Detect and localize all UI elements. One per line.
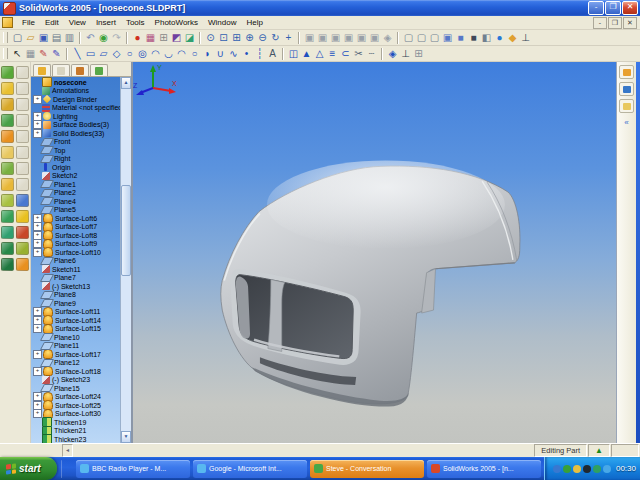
menu-tools[interactable]: Tools [121,17,150,28]
featuremanager-tree-tab[interactable] [33,64,51,76]
zoom-fit-icon[interactable]: ⊡ [217,31,230,44]
tree-item[interactable]: +Surface-Loft10 [31,248,120,257]
circle-icon[interactable]: ○ [123,47,136,60]
antivirus-icon[interactable] [593,465,601,473]
menu-file[interactable]: File [17,17,40,28]
dimxpert-tab[interactable] [90,64,108,76]
open-icon[interactable]: ▱ [24,31,37,44]
tree-item[interactable]: Sketch11 [31,265,120,274]
fillet-icon[interactable] [1,194,14,207]
linear-pattern-icon[interactable] [1,242,14,255]
file-explorer-icon[interactable] [619,99,634,113]
point-icon[interactable]: • [240,47,253,60]
new-icon[interactable]: ▢ [11,31,24,44]
network-icon[interactable] [553,465,561,473]
view-isometric-icon[interactable]: ◈ [381,31,394,44]
centerline-icon[interactable]: ┆ [253,47,266,60]
expand-icon[interactable]: + [33,409,42,418]
zoom-in-out-icon[interactable]: ⊕ [243,31,256,44]
tree-item[interactable]: Plane6 [31,257,120,266]
curvature-icon[interactable]: ◆ [506,31,519,44]
fillet-sketch-icon[interactable]: △ [313,47,326,60]
lofted-boss-icon[interactable] [1,114,14,127]
expand-icon[interactable]: + [33,324,42,333]
tree-item[interactable]: (-) Sketch23 [31,376,120,385]
view-left-icon[interactable]: ▣ [329,31,342,44]
tree-item[interactable]: Plane15 [31,384,120,393]
solidworks-resources-icon[interactable] [619,65,634,79]
expand-icon[interactable]: + [33,129,42,138]
perimeter-circle-icon[interactable]: ◎ [136,47,149,60]
tree-item[interactable]: Sketch2 [31,172,120,181]
design-library-icon[interactable] [619,82,634,96]
construction-geometry-icon[interactable]: ┄ [365,47,378,60]
menu-insert[interactable]: Insert [91,17,121,28]
shadows-icon[interactable]: ■ [467,31,480,44]
menu-photoworks[interactable]: PhotoWorks [150,17,203,28]
tree-item[interactable]: +Surface Bodies(3) [31,121,120,130]
ref-view-2-icon[interactable] [16,82,29,95]
doc-restore-button[interactable]: ❐ [608,17,622,29]
lofted-surface-icon[interactable] [16,242,29,255]
tree-item[interactable]: Plane11 [31,342,120,351]
shaded-icon[interactable]: ■ [454,31,467,44]
print-icon[interactable]: ▤ [50,31,63,44]
tree-item[interactable]: +Lighting [31,112,120,121]
swept-boss-icon[interactable] [1,98,14,111]
tree-item[interactable]: Plane10 [31,333,120,342]
convert-entities-icon[interactable]: ⊂ [339,47,352,60]
start-button[interactable]: start [0,457,57,480]
tree-item[interactable]: +Surface-Loft6 [31,214,120,223]
toolbar-grip[interactable] [3,32,8,43]
print-preview-icon[interactable]: ▥ [63,31,76,44]
swept-cut-icon[interactable] [1,162,14,175]
restore-button[interactable]: ❐ [605,1,621,15]
collapse-chevron-icon[interactable]: « [620,116,633,128]
tree-item[interactable]: Plane5 [31,206,120,215]
scroll-down-icon[interactable]: ▼ [121,431,131,443]
tree-item[interactable]: Origin [31,163,120,172]
tree-item[interactable]: Material <not specified> [31,104,120,113]
shell-icon[interactable] [1,226,14,239]
shaded-with-edges-icon[interactable]: ▣ [441,31,454,44]
tree-item[interactable]: +Surface-Loft15 [31,325,120,334]
tree-scrollbar[interactable]: ▲ ▼ [120,77,131,443]
hidden-lines-removed-icon[interactable]: ▢ [428,31,441,44]
menu-help[interactable]: Help [241,17,267,28]
rectangle-icon[interactable]: ▭ [84,47,97,60]
close-button[interactable]: ✕ [622,1,638,15]
tree-item[interactable]: +Surface-Loft17 [31,350,120,359]
rotate-view-icon[interactable]: ↻ [269,31,282,44]
partial-ellipse-icon[interactable]: ◗ [201,47,214,60]
offset-entities-icon[interactable]: ≡ [326,47,339,60]
tree-item[interactable]: +Surface-Loft18 [31,367,120,376]
sketch-icon[interactable]: ✎ [37,47,50,60]
realview-sphere-icon[interactable]: ● [493,31,506,44]
view-right-icon[interactable]: ▣ [342,31,355,44]
scroll-thumb[interactable] [121,185,131,276]
menu-edit[interactable]: Edit [40,17,64,28]
swept-surface-icon[interactable] [16,226,29,239]
chamfer-icon[interactable] [1,210,14,223]
redo-icon[interactable]: ↷ [110,31,123,44]
tree-root-item[interactable]: nosecone [31,78,120,87]
tree-item[interactable]: +Surface-Loft25 [31,401,120,410]
media-player-icon[interactable] [583,465,591,473]
expand-icon[interactable]: + [33,350,42,359]
expand-icon[interactable]: + [33,95,42,104]
section-view-icon[interactable]: ◧ [480,31,493,44]
polygon-icon[interactable]: ◇ [110,47,123,60]
photoworks-render-icon[interactable]: ◩ [170,31,183,44]
spline-icon[interactable]: ∿ [227,47,240,60]
tree-item[interactable]: Plane1 [31,180,120,189]
zoom-selection-icon[interactable]: ⊖ [256,31,269,44]
doc-close-button[interactable]: ✕ [623,17,637,29]
ref-view-1-icon[interactable] [16,66,29,79]
title-bar[interactable]: SolidWorks 2005 - [nosecone.SLDPRT] - ❐ … [0,0,640,16]
ref-view-6-icon[interactable] [16,146,29,159]
mirror-icon[interactable]: ◫ [287,47,300,60]
centerpoint-arc-icon[interactable]: ◠ [149,47,162,60]
rebuild-icon[interactable]: ◉ [97,31,110,44]
parabola-icon[interactable]: ∪ [214,47,227,60]
planar-surface-icon[interactable] [16,258,29,271]
